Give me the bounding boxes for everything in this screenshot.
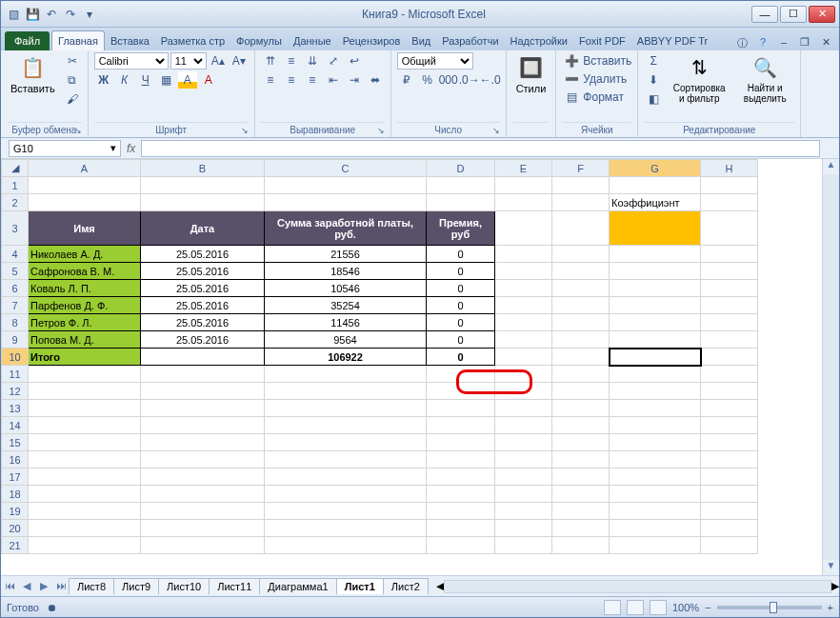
col-C[interactable]: C [265, 160, 427, 177]
scroll-up-icon[interactable]: ▲ [823, 159, 839, 174]
bold-icon[interactable]: Ж [94, 71, 113, 89]
row-5[interactable]: 5 [2, 263, 29, 280]
sheet-tab-active[interactable]: Лист1 [336, 578, 384, 594]
delete-label[interactable]: Удалить [583, 70, 627, 88]
dec-decimal-icon[interactable]: ←.0 [481, 71, 500, 89]
shrink-font-icon[interactable]: A▾ [230, 52, 249, 70]
cell-D10[interactable]: 0 [427, 349, 495, 366]
tab-nav-first-icon[interactable]: ⏮ [1, 580, 18, 592]
row-3[interactable]: 3 [2, 211, 29, 246]
total-label[interactable]: Итого [29, 349, 141, 366]
cell-G3[interactable] [610, 211, 701, 246]
chevron-down-icon[interactable]: ▾ [110, 142, 116, 154]
italic-icon[interactable]: К [115, 71, 134, 89]
find-select-button[interactable]: 🔍 Найти и выделить [735, 52, 794, 106]
table-row[interactable]: Петров Ф. Л. [29, 314, 141, 331]
vertical-scrollbar[interactable]: ▲ ▼ [822, 159, 839, 575]
row-1[interactable]: 1 [2, 177, 29, 194]
tab-home[interactable]: Главная [51, 30, 105, 50]
row-13[interactable]: 13 [2, 400, 29, 417]
format-label[interactable]: Формат [583, 89, 624, 106]
tab-review[interactable]: Рецензиров [337, 31, 407, 50]
fx-icon[interactable]: fx [127, 142, 135, 155]
col-G[interactable]: G [610, 160, 701, 177]
sheet-tab[interactable]: Лист9 [113, 578, 159, 594]
sheet-tab[interactable]: Лист8 [69, 578, 114, 594]
row-21[interactable]: 21 [2, 537, 29, 554]
view-layout-icon[interactable] [627, 600, 644, 615]
macro-record-icon[interactable]: ⏺ [47, 602, 57, 613]
inc-decimal-icon[interactable]: .0→ [460, 71, 479, 89]
tab-data[interactable]: Данные [288, 31, 337, 50]
hdr-name[interactable]: Имя [29, 211, 141, 246]
font-name-select[interactable]: Calibri [94, 52, 169, 70]
insert-label[interactable]: Вставить [583, 52, 631, 70]
hdr-date[interactable]: Дата [141, 211, 265, 246]
minimize-button[interactable]: — [751, 6, 778, 23]
table-row[interactable]: Сафронова В. М. [29, 263, 141, 280]
sheet-tab[interactable]: Лист2 [383, 578, 429, 594]
qat-more-icon[interactable]: ▾ [81, 6, 98, 23]
row-17[interactable]: 17 [2, 468, 29, 486]
currency-icon[interactable]: ₽ [397, 71, 416, 89]
launcher-icon[interactable]: ↘ [241, 126, 249, 135]
row-9[interactable]: 9 [2, 331, 29, 349]
col-A[interactable]: A [29, 160, 141, 177]
tab-nav-next-icon[interactable]: ▶ [35, 580, 52, 592]
zoom-level[interactable]: 100% [672, 602, 699, 613]
paste-button[interactable]: 📋 Вставить [7, 52, 59, 96]
zoom-thumb[interactable] [770, 602, 777, 613]
table-row[interactable]: Николаев А. Д. [29, 246, 141, 263]
help-icon[interactable]: ? [755, 36, 770, 50]
table-row[interactable]: Коваль Л. П. [29, 280, 141, 297]
file-tab[interactable]: Файл [5, 31, 50, 50]
doc-restore-icon[interactable]: ❐ [797, 36, 812, 50]
row-8[interactable]: 8 [2, 314, 29, 331]
sheet-tab[interactable]: Лист11 [209, 578, 260, 594]
delete-cells-icon[interactable]: ➖ [562, 70, 581, 88]
row-15[interactable]: 15 [2, 434, 29, 451]
hdr-salary[interactable]: Сумма заработной платы, руб. [265, 211, 427, 246]
tab-view[interactable]: Вид [406, 31, 436, 50]
row-16[interactable]: 16 [2, 451, 29, 468]
autosum-icon[interactable]: Σ [644, 52, 663, 70]
row-20[interactable]: 20 [2, 520, 29, 537]
tab-foxit[interactable]: Foxit PDF [573, 31, 631, 50]
merge-icon[interactable]: ⬌ [366, 71, 385, 89]
fill-color-icon[interactable]: A [178, 71, 197, 89]
scroll-track[interactable] [823, 174, 839, 560]
close-button[interactable]: ✕ [809, 6, 835, 23]
tab-nav-last-icon[interactable]: ⏭ [52, 580, 70, 592]
font-size-select[interactable]: 11 [170, 52, 207, 70]
row-2[interactable]: 2 [2, 194, 29, 211]
cell-G2[interactable]: Коэффициэнт [610, 194, 701, 211]
col-E[interactable]: E [495, 160, 552, 177]
align-left-icon[interactable]: ≡ [261, 71, 280, 89]
percent-icon[interactable]: % [418, 71, 437, 89]
col-F[interactable]: F [552, 160, 610, 177]
row-7[interactable]: 7 [2, 297, 29, 314]
zoom-slider[interactable] [717, 606, 822, 609]
tab-developer[interactable]: Разработчи [436, 31, 504, 50]
format-cells-icon[interactable]: ▤ [562, 89, 581, 106]
col-B[interactable]: B [141, 160, 265, 177]
doc-close-icon[interactable]: ✕ [818, 36, 833, 50]
zoom-out-icon[interactable]: − [705, 602, 710, 613]
number-format-select[interactable]: Общий [397, 52, 473, 70]
copy-icon[interactable]: ⧉ [63, 71, 82, 89]
format-painter-icon[interactable]: 🖌 [63, 90, 82, 108]
sheet-tab[interactable]: Диаграмма1 [259, 578, 336, 594]
tab-abbyy[interactable]: ABBYY PDF Tr [631, 31, 713, 50]
wrap-text-icon[interactable]: ↩ [345, 52, 364, 70]
table-row[interactable]: Парфенов Д. Ф. [29, 297, 141, 314]
minimize-ribbon-icon[interactable]: ⓘ [734, 36, 750, 50]
view-pagebreak-icon[interactable] [650, 600, 667, 615]
row-14[interactable]: 14 [2, 417, 29, 434]
clear-icon[interactable]: ◧ [644, 90, 663, 108]
col-D[interactable]: D [427, 160, 495, 177]
save-icon[interactable]: 💾 [24, 6, 41, 23]
table-row[interactable]: Попова М. Д. [29, 331, 141, 349]
select-all[interactable]: ◢ [2, 160, 29, 177]
tab-layout[interactable]: Разметка стр [155, 31, 230, 50]
scroll-track[interactable] [444, 580, 831, 593]
